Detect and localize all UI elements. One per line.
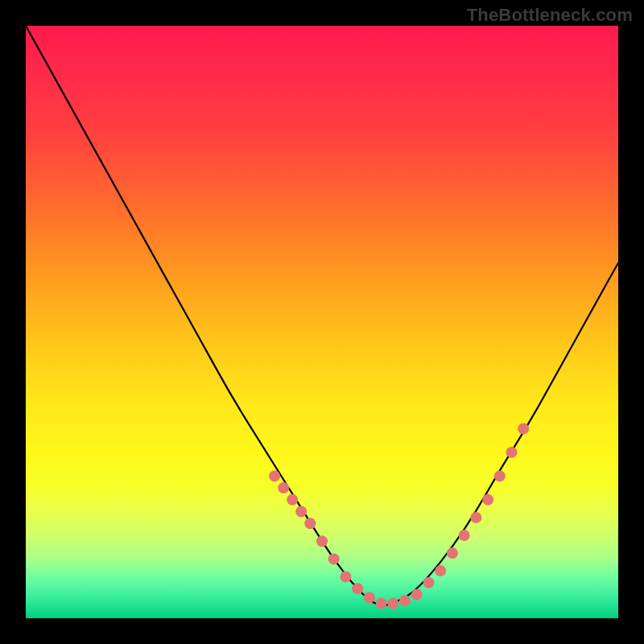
highlight-dot — [411, 589, 423, 601]
highlight-dot — [482, 494, 493, 506]
highlight-dot — [494, 470, 506, 481]
highlight-dot — [364, 592, 375, 603]
chart-root: TheBottleneck.com — [0, 0, 644, 644]
bottleneck-curve — [26, 26, 618, 605]
highlight-dot — [506, 447, 518, 458]
highlight-dot — [287, 494, 298, 506]
plot-area — [26, 26, 618, 618]
highlight-dot — [304, 518, 316, 529]
highlight-dot — [340, 572, 351, 583]
highlight-dot — [423, 577, 435, 588]
highlight-dot — [352, 583, 363, 594]
highlight-dot — [399, 595, 411, 606]
highlight-dot — [376, 598, 387, 609]
watermark-label: TheBottleneck.com — [467, 5, 633, 26]
highlight-dot — [269, 470, 280, 481]
highlight-dot — [295, 506, 307, 518]
plot-svg — [26, 26, 618, 618]
highlight-dot — [387, 598, 398, 609]
highlight-dot — [328, 553, 340, 564]
highlight-dot — [518, 423, 529, 435]
highlight-dot — [435, 565, 446, 576]
highlight-dot — [316, 535, 328, 547]
highlight-dot — [459, 530, 470, 541]
highlight-dot — [447, 547, 458, 559]
highlight-dot — [470, 512, 481, 523]
highlight-dot — [278, 482, 289, 493]
highlight-dots — [269, 423, 529, 609]
